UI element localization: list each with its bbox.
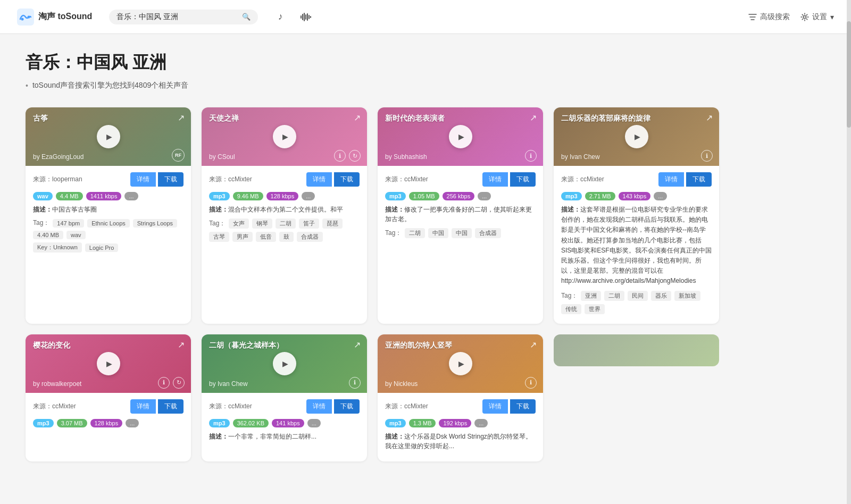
kw-tag[interactable]: 亚洲 [581,291,601,301]
card-body-xindai: 来源：ccMixter 详情 下载 mp3 1.05 MB 256 kbps .… [378,166,543,248]
settings-chevron: ▾ [830,13,834,21]
info-icon-kaer[interactable]: ℹ [525,377,537,389]
kw-tag[interactable]: 男声 [232,232,253,242]
scrollbar-thumb[interactable] [847,21,851,128]
play-btn-guqin[interactable] [97,125,120,148]
svg-rect-9 [310,16,311,18]
play-btn-tianshi[interactable] [273,125,296,148]
kw-tag[interactable]: 女声 [229,219,249,229]
kw-tag[interactable]: 合成器 [297,232,323,242]
card-thumb-detail-erhu: 二胡乐器的茗部麻将的旋律 by Ivan Chew ℹ ↗ [554,107,719,166]
external-link-yinghua[interactable]: ↗ [178,340,185,350]
kw-tag[interactable]: 世界 [585,304,605,314]
detail-btn-tianshi[interactable]: 详情 [306,172,332,187]
search-input[interactable] [116,13,238,21]
kw-tag[interactable]: 低音 [256,232,276,242]
svg-point-1 [21,18,24,20]
scrollbar[interactable] [847,0,851,478]
kw-tag[interactable]: Ethnic Loops [87,219,130,228]
kw-tag[interactable]: 笛子 [299,219,319,229]
kw-tag[interactable]: 古琴 [209,232,229,242]
detail-btn-yinghua[interactable]: 详情 [130,399,156,414]
more-tag[interactable]: ... [302,192,315,200]
download-btn-detail[interactable]: 下载 [686,172,712,187]
kw-tag[interactable]: 新加坡 [674,291,700,301]
info-icon-detail-erhu[interactable]: ℹ [701,150,713,162]
play-btn-erhu2[interactable] [273,352,296,375]
search-bar[interactable]: 🔍 [109,10,258,24]
download-btn-xindai[interactable]: 下载 [510,172,536,187]
kw-tag[interactable]: wav [66,231,86,239]
play-btn-yinghua[interactable] [97,352,120,375]
kw-tag[interactable]: 二胡 [405,228,425,238]
kbps-tag: 256 kbps [443,192,475,200]
external-link-xindai[interactable]: ↗ [530,113,537,123]
external-link-guqin[interactable]: ↗ [178,113,185,123]
kw-tag[interactable]: 合成器 [475,228,501,238]
info-icon-xindai[interactable]: ℹ [525,150,537,162]
size-tag: 1.3 MB [409,419,436,427]
card-tags-tianshi-2: 古琴 男声 低音 鼓 合成器 [209,232,360,242]
music-icon-btn[interactable]: ♪ [271,7,290,27]
kw-tag[interactable]: 器乐 [651,291,671,301]
detail-btn-xindai[interactable]: 详情 [482,172,508,187]
svg-rect-7 [307,13,308,21]
download-btn-kaer[interactable]: 下载 [510,399,536,414]
external-link-tianshi[interactable]: ↗ [354,113,361,123]
card-author-tianshi: by CSoul [209,153,235,161]
kw-tag[interactable]: 鼓 [279,232,294,242]
info-icon-erhu2[interactable]: ℹ [349,377,361,389]
svg-rect-4 [302,14,303,20]
detail-btn-erhu2[interactable]: 详情 [306,399,332,414]
play-btn-xindai[interactable] [449,125,472,148]
search-icon[interactable]: 🔍 [242,13,251,21]
detail-btn-detail[interactable]: 详情 [658,172,684,187]
external-link-erhu2[interactable]: ↗ [354,340,361,350]
kw-tag[interactable]: 中国 [428,228,448,238]
remix-icon-yinghua[interactable]: ↻ [173,377,185,389]
kw-tag[interactable]: 147 bpm [53,219,84,228]
advanced-search-btn[interactable]: 高级搜索 [748,12,790,22]
card-author-icons-xindai: ℹ [525,150,537,162]
rf-badge-guqin[interactable]: RF [172,149,185,162]
more-tag[interactable]: ... [126,419,139,427]
download-btn-tianshi[interactable]: 下载 [334,172,360,187]
more-tag[interactable]: ... [474,419,488,427]
kw-tag[interactable]: Strings Loops [133,219,177,228]
settings-btn[interactable]: 设置 ▾ [800,12,834,22]
kw-tag[interactable]: Key：Unknown [33,242,82,253]
card-body-erhu2: 来源：ccMixter 详情 下载 mp3 362.02 KB 141 kbps… [202,393,367,452]
kw-tag[interactable]: 琵琶 [322,219,343,229]
source-row-xindai: 来源：ccMixter 详情 下载 [385,172,536,187]
download-btn-guqin[interactable]: 下载 [158,172,183,187]
kw-tag[interactable]: 钢琴 [252,219,272,229]
waveform-icon-btn[interactable] [296,7,315,27]
format-tags-detail: mp3 2.71 MB 143 kbps ... [561,192,712,200]
kw-tag[interactable]: 二胡 [276,219,296,229]
kw-tag-logic-pro[interactable]: Logic Pro [85,243,118,252]
external-link-kaer[interactable]: ↗ [530,340,537,350]
more-tag[interactable]: ... [478,192,491,200]
more-tag[interactable]: ... [124,192,138,200]
info-icon-tianshi[interactable]: ℹ [334,150,346,162]
kw-tag[interactable]: 传统 [561,304,581,314]
download-btn-erhu2[interactable]: 下载 [334,399,360,414]
card-kaer: 亚洲的凯尔特人竖琴 by Nickleus ℹ ↗ 来源：ccMixter 详情… [378,334,543,461]
external-link-detail-erhu[interactable]: ↗ [706,113,713,123]
play-btn-kaer[interactable] [449,352,472,375]
kw-tag[interactable]: 中国 [452,228,472,238]
download-btn-yinghua[interactable]: 下载 [158,399,183,414]
detail-btn-guqin[interactable]: 详情 [130,172,156,187]
kw-tag[interactable]: 民间 [628,291,648,301]
kw-tag[interactable]: 二胡 [604,291,624,301]
remix-icon-tianshi[interactable]: ↻ [349,150,361,162]
size-tag: 3.07 MB [57,419,87,427]
play-btn-detail-erhu[interactable] [625,125,648,148]
more-tag[interactable]: ... [654,192,667,200]
card-desc-erhu2: 描述：一个非常，非常简短的二胡样... [209,432,360,441]
more-tag[interactable]: ... [307,419,321,427]
card-tianshi: 天使之禅 by CSoul ℹ ↻ ↗ 来源：ccMixter 详情 下载 [202,107,367,324]
kw-tag[interactable]: 4.40 MB [33,231,63,239]
info-icon-yinghua[interactable]: ℹ [158,377,170,389]
detail-btn-kaer[interactable]: 详情 [482,399,508,414]
